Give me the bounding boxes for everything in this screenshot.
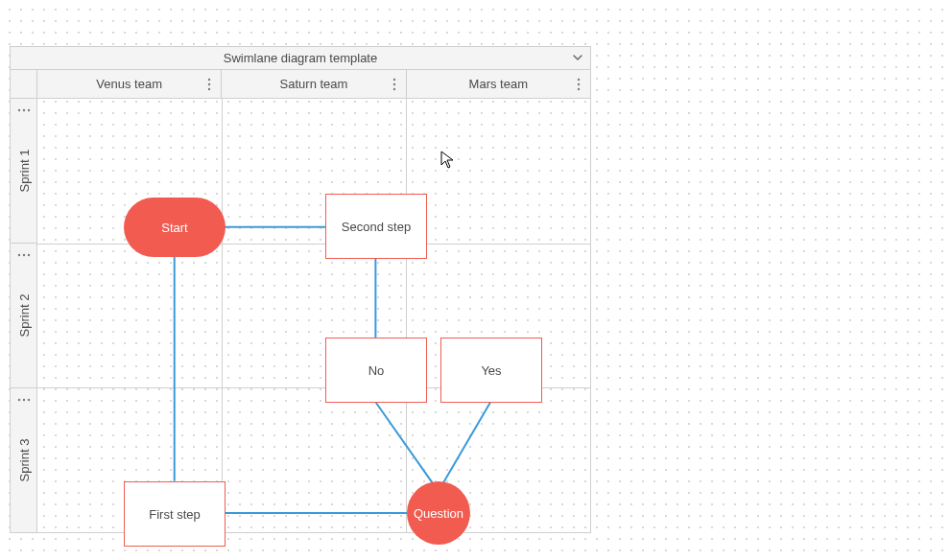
svg-point-13: [22, 254, 24, 256]
connector-yes-question[interactable]: [443, 402, 490, 482]
more-horizontal-icon[interactable]: [16, 394, 32, 406]
svg-point-15: [17, 399, 19, 401]
row-label: Sprint 1: [16, 150, 31, 193]
svg-point-3: [392, 78, 394, 80]
svg-point-10: [22, 109, 24, 111]
svg-point-5: [392, 87, 394, 89]
chevron-down-icon[interactable]: [571, 51, 584, 64]
node-label: Second step: [342, 220, 411, 234]
swimlane-grid[interactable]: StartSecond stepNoYesFirst stepQuestion: [37, 99, 590, 532]
row-header-sprint1[interactable]: Sprint 1: [11, 99, 37, 244]
connectors-layer: [37, 99, 590, 532]
column-header-venus[interactable]: Venus team: [37, 70, 222, 98]
node-firstStep[interactable]: First step: [124, 481, 226, 547]
row-header-sprint2[interactable]: Sprint 2: [11, 244, 37, 388]
row-header-sprint3[interactable]: Sprint 3: [11, 388, 37, 532]
node-label: Yes: [481, 363, 501, 378]
node-start[interactable]: Start: [124, 198, 226, 257]
column-label: Mars team: [469, 77, 528, 91]
svg-point-4: [392, 82, 394, 84]
more-vertical-icon[interactable]: [389, 77, 400, 92]
node-question[interactable]: Question: [407, 481, 470, 545]
more-vertical-icon[interactable]: [573, 77, 584, 92]
column-label: Venus team: [96, 77, 162, 91]
row-headers: Sprint 1 Sprint 2 Sprint 3: [11, 99, 37, 532]
svg-point-1: [208, 82, 210, 84]
swimlane-title: Swimlane diagram template: [224, 51, 377, 65]
node-no[interactable]: No: [325, 338, 427, 403]
svg-point-16: [22, 399, 24, 401]
more-horizontal-icon[interactable]: [16, 105, 32, 116]
row-label: Sprint 3: [16, 439, 31, 482]
svg-point-8: [578, 87, 580, 89]
column-header-saturn[interactable]: Saturn team: [222, 70, 406, 98]
svg-point-17: [27, 399, 29, 401]
swimlane-container[interactable]: Swimlane diagram template Venus team Sat…: [10, 46, 591, 533]
swimlane-title-bar[interactable]: Swimlane diagram template: [11, 47, 590, 70]
row-label: Sprint 2: [16, 294, 31, 338]
svg-point-0: [208, 78, 210, 80]
svg-point-2: [208, 87, 210, 89]
more-horizontal-icon[interactable]: [16, 249, 32, 261]
column-label: Saturn team: [280, 77, 348, 91]
svg-point-14: [27, 254, 29, 256]
node-label: Question: [414, 506, 463, 521]
corner-cell: [11, 70, 37, 98]
node-label: No: [368, 363, 385, 378]
svg-point-12: [17, 254, 19, 256]
svg-point-11: [27, 109, 29, 111]
node-label: First step: [149, 507, 200, 522]
svg-point-7: [578, 82, 580, 84]
node-yes[interactable]: Yes: [440, 338, 542, 403]
connector-no-question[interactable]: [375, 402, 432, 482]
svg-point-9: [17, 109, 19, 111]
column-header-mars[interactable]: Mars team: [407, 70, 590, 98]
more-vertical-icon[interactable]: [203, 77, 215, 92]
svg-point-6: [578, 78, 580, 80]
node-label: Start: [161, 221, 187, 235]
node-secondStep[interactable]: Second step: [325, 194, 427, 259]
column-headers: Venus team Saturn team Mars team: [11, 70, 590, 99]
